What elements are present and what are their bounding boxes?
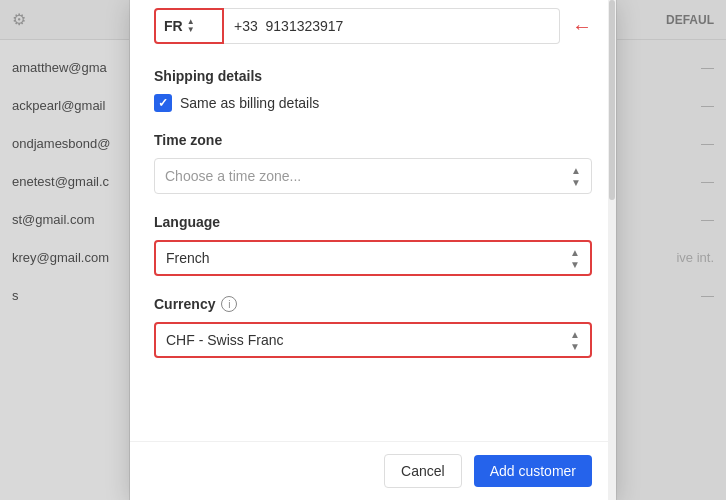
scrollbar-thumb[interactable] xyxy=(609,0,615,200)
chevron-updown-icon: ▲ ▼ xyxy=(187,18,195,34)
timezone-placeholder: Choose a time zone... xyxy=(165,168,301,184)
same-as-billing-row: Same as billing details xyxy=(154,94,592,112)
currency-value: CHF - Swiss Franc xyxy=(166,332,283,348)
cancel-button[interactable]: Cancel xyxy=(384,454,462,488)
shipping-label: Shipping details xyxy=(154,68,592,84)
modal-body: FR ▲ ▼ ← Shipping details Same as billin… xyxy=(130,0,616,441)
modal-scrollbar[interactable] xyxy=(608,0,616,500)
language-value: French xyxy=(166,250,210,266)
add-customer-button[interactable]: Add customer xyxy=(474,455,592,487)
info-icon[interactable]: i xyxy=(221,296,237,312)
arrow-left-icon: ← xyxy=(572,15,592,38)
country-code-select[interactable]: FR ▲ ▼ xyxy=(154,8,224,44)
same-as-billing-checkbox[interactable] xyxy=(154,94,172,112)
phone-input-wrapper xyxy=(224,8,560,44)
arrow-indicator: ← xyxy=(572,15,592,38)
chevron-updown-icon: ▲ ▼ xyxy=(571,165,581,188)
chevron-updown-icon: ▲ ▼ xyxy=(570,329,580,352)
modal-dialog: FR ▲ ▼ ← Shipping details Same as billin… xyxy=(130,0,616,500)
timezone-label: Time zone xyxy=(154,132,592,148)
currency-select[interactable]: CHF - Swiss Franc ▲ ▼ xyxy=(154,322,592,358)
timezone-select[interactable]: Choose a time zone... ▲ ▼ xyxy=(154,158,592,194)
phone-input[interactable] xyxy=(234,18,549,34)
phone-field-row: FR ▲ ▼ ← xyxy=(154,0,592,44)
currency-label-row: Currency i xyxy=(154,296,592,312)
language-select[interactable]: French ▲ ▼ xyxy=(154,240,592,276)
timezone-section: Time zone Choose a time zone... ▲ ▼ xyxy=(154,132,592,194)
country-code-label: FR xyxy=(164,18,183,34)
currency-section: Currency i CHF - Swiss Franc ▲ ▼ xyxy=(154,296,592,358)
currency-label: Currency xyxy=(154,296,215,312)
modal-footer: Cancel Add customer xyxy=(130,441,616,500)
same-as-billing-label: Same as billing details xyxy=(180,95,319,111)
chevron-updown-icon: ▲ ▼ xyxy=(570,247,580,270)
language-label: Language xyxy=(154,214,592,230)
language-section: Language French ▲ ▼ xyxy=(154,214,592,276)
shipping-section: Shipping details Same as billing details xyxy=(154,68,592,112)
